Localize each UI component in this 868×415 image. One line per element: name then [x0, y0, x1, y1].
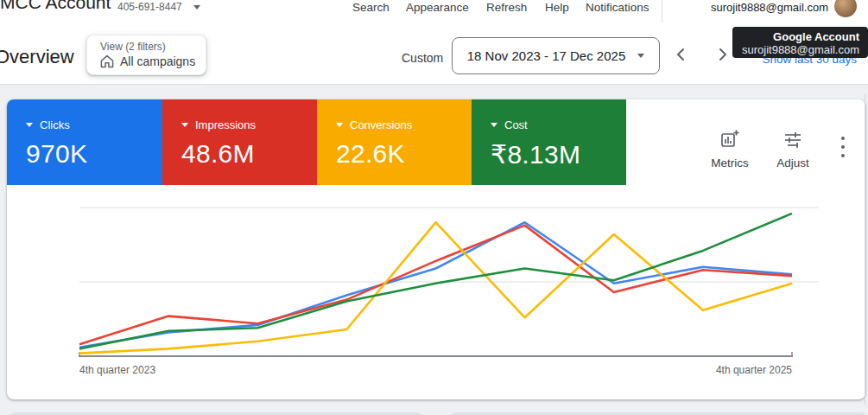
- adjust-button[interactable]: Adjust: [765, 129, 820, 169]
- overview-card: Clicks 970K Impressions 48.6M Conversion…: [7, 99, 865, 399]
- account-name[interactable]: MCC Account: [0, 0, 111, 13]
- metrics-chart-plus-icon: [719, 129, 740, 150]
- metric-card-clicks[interactable]: Clicks 970K: [7, 99, 162, 185]
- nav-refresh[interactable]: Refresh: [486, 1, 527, 14]
- adjust-sliders-icon: [782, 129, 803, 150]
- date-range-value: 18 Nov 2023 - 17 Dec 2025: [467, 48, 625, 63]
- page-title: Overview: [0, 46, 74, 68]
- metric-value: ₹8.13M: [491, 139, 626, 169]
- home-icon: [100, 54, 114, 68]
- metric-label: Impressions: [195, 118, 256, 131]
- metrics-button-label: Metrics: [702, 156, 757, 169]
- google-ads-overview-screen: MCC Account 405-691-8447 Search Appearan…: [0, 0, 868, 415]
- date-chevron-down-icon: [637, 54, 644, 58]
- metric-chevron-down-icon[interactable]: [181, 123, 188, 127]
- metric-label: Cost: [504, 118, 528, 131]
- tooltip-title: Google Account: [732, 30, 859, 43]
- metric-label: Clicks: [40, 118, 70, 131]
- metric-chevron-down-icon[interactable]: [491, 123, 497, 127]
- avatar[interactable]: [834, 0, 857, 17]
- date-prev-button[interactable]: [675, 47, 688, 62]
- more-options-kebab-icon[interactable]: [834, 136, 852, 158]
- adjust-button-label: Adjust: [765, 156, 820, 169]
- metric-value: 48.6M: [181, 139, 318, 169]
- scrollbar-edge: [865, 93, 865, 405]
- account-email[interactable]: surojit9888@gmail.com: [711, 1, 828, 14]
- tooltip-email: surojit9888@gmail.com: [732, 43, 859, 56]
- date-mode-label: Custom: [402, 51, 443, 65]
- nav-divider: [662, 0, 662, 22]
- metric-label: Conversions: [350, 118, 412, 131]
- view-scope-label: All campaigns: [120, 54, 195, 68]
- nav-help[interactable]: Help: [545, 1, 569, 14]
- google-account-tooltip: Google Account surojit9888@gmail.com: [732, 27, 868, 58]
- metric-value: 22.6K: [336, 139, 472, 169]
- metric-value: 970K: [26, 139, 162, 169]
- metric-card-conversions[interactable]: Conversions 22.6K: [317, 99, 472, 185]
- series-line-cost: [79, 214, 792, 349]
- nav-notifications[interactable]: Notifications: [586, 1, 649, 14]
- metric-chevron-down-icon[interactable]: [336, 123, 343, 127]
- metric-chevron-down-icon[interactable]: [26, 123, 33, 127]
- metric-card-cost[interactable]: Cost ₹8.13M: [472, 99, 626, 185]
- account-chevron-down-icon[interactable]: [193, 5, 200, 10]
- nav-search[interactable]: Search: [352, 1, 390, 14]
- date-next-button[interactable]: [715, 47, 729, 62]
- series-line-conversions: [79, 222, 792, 353]
- view-filter-chip[interactable]: View (2 filters) All campaigns: [86, 35, 206, 75]
- account-id: 405-691-8447: [117, 1, 182, 13]
- series-line-clicks: [79, 222, 792, 348]
- x-axis-label-end: 4th quarter 2025: [716, 364, 792, 376]
- view-filter-label: View (2 filters): [100, 41, 206, 53]
- series-line-impressions: [79, 226, 792, 345]
- metric-card-impressions[interactable]: Impressions 48.6M: [162, 99, 318, 185]
- x-axis-label-start: 4th quarter 2023: [79, 364, 155, 376]
- nav-appearance[interactable]: Appearance: [406, 1, 469, 14]
- date-range-picker[interactable]: 18 Nov 2023 - 17 Dec 2025: [452, 37, 660, 74]
- metrics-button[interactable]: Metrics: [702, 129, 757, 169]
